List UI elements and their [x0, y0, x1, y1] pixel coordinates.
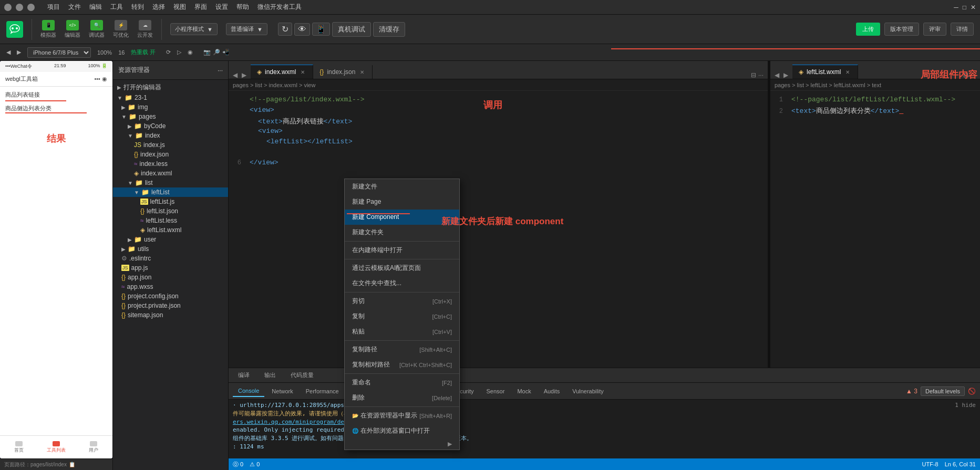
project-private-item[interactable]: {} project.private.json	[113, 301, 228, 310]
detail-btn[interactable]: 详情	[951, 23, 974, 36]
more-icon[interactable]: ···	[758, 71, 764, 79]
editor-nav-back[interactable]: ◀	[233, 71, 238, 79]
phone-nav-user[interactable]: 用户	[75, 436, 112, 458]
ctx-new-component[interactable]: 新建 Component	[345, 210, 459, 225]
phone-menu-dots[interactable]: ••• ◉	[94, 76, 107, 82]
devtools-tab-mock[interactable]: Mock	[512, 386, 536, 396]
devtools-tab-console[interactable]: Console	[233, 385, 264, 397]
tab-close-leftlist[interactable]: ✕	[844, 68, 851, 76]
app-js-item[interactable]: JS app.js	[113, 263, 228, 273]
stop-icon[interactable]: ◉	[188, 49, 193, 56]
leftlist-js-item[interactable]: JS leftList.js	[113, 197, 228, 206]
compile-tab[interactable]: 编译	[233, 369, 255, 381]
split-icon[interactable]: ⊟	[751, 71, 756, 79]
img-folder[interactable]: ▶ 📁 img	[113, 102, 228, 112]
ctx-copy[interactable]: 复制 [Ctrl+C]	[345, 309, 459, 324]
ctx-open-browser[interactable]: 🌐 在外部浏览器窗口中打开	[345, 423, 459, 438]
console-filter[interactable]: Default levels	[921, 387, 965, 396]
ctx-new-page[interactable]: 新建 Page	[345, 194, 459, 210]
minimize-button[interactable]	[4, 4, 12, 11]
ctx-show-in-explorer[interactable]: 📂 在资源管理器中显示 [Shift+Alt+R]	[345, 408, 459, 423]
tab-close-index-json[interactable]: ✕	[358, 68, 366, 76]
menu-item-settings[interactable]: 设置	[215, 3, 228, 12]
menu-item-view[interactable]: 视图	[173, 3, 186, 12]
right-nav-forward[interactable]: ▶	[783, 71, 788, 79]
window-max-icon[interactable]: □	[963, 4, 966, 11]
toolbar-simulator-btn[interactable]: 📱 模拟器	[40, 20, 56, 39]
tab-leftlist-wxml[interactable]: ◈ leftList.wxml ✕	[792, 65, 858, 79]
device-frame-icon[interactable]: 📲	[222, 49, 230, 56]
close-button[interactable]	[27, 4, 35, 11]
toolbar-editor-btn[interactable]: </> 编辑器	[65, 20, 80, 39]
ctx-paste[interactable]: 粘贴 [Ctrl+V]	[345, 324, 459, 339]
ctx-new-file[interactable]: 新建文件	[345, 179, 459, 194]
tab-index-wxml[interactable]: ◈ index.wxml ✕	[251, 65, 313, 79]
play-icon[interactable]: ▷	[177, 49, 181, 56]
window-min-icon[interactable]: ─	[954, 4, 958, 11]
leftlist-folder-item[interactable]: ▼ 📁 leftList	[113, 187, 228, 197]
right-nav-back[interactable]: ◀	[775, 71, 779, 79]
device-select[interactable]: iPhone 6/7/8 Plus	[27, 47, 91, 58]
comment-btn[interactable]: 评审	[923, 23, 946, 36]
toolbar-optimize-btn[interactable]: ⚡ 可优化	[113, 20, 129, 39]
editor-nav-forward[interactable]: ▶	[242, 71, 246, 79]
machine-btn[interactable]: 真机调试	[332, 22, 371, 37]
leftlist-json-item[interactable]: {} leftList.json	[113, 206, 228, 216]
devtools-tab-network[interactable]: Network	[266, 386, 298, 396]
app-wxss-item[interactable]: ≈ app.wxss	[113, 282, 228, 291]
compile-dropdown[interactable]: 普通编译 ▼	[226, 23, 267, 35]
project-config-item[interactable]: {} project.config.json	[113, 291, 228, 301]
devtools-tab-vulnerability[interactable]: Vulnerability	[567, 386, 609, 396]
inspect-icon[interactable]: 🔎	[213, 49, 220, 56]
menu-item-edit[interactable]: 编辑	[89, 3, 102, 12]
main-editor-content[interactable]: <!--pages/list/index.wxml--> <view> <tex…	[229, 91, 768, 368]
index-json-item[interactable]: {} index.json	[113, 150, 228, 159]
devtools-tab-performance[interactable]: Performance	[301, 386, 344, 396]
utils-folder-item[interactable]: ▶ 📁 utils	[113, 244, 228, 254]
leftlist-less-item[interactable]: ≈ leftList.less	[113, 216, 228, 225]
menu-item-devtools[interactable]: 微信开发者工具	[257, 3, 302, 12]
ctx-copy-rel-path[interactable]: 复制相对路径 [Ctrl+K Ctrl+Shift+C]	[345, 357, 459, 372]
toolbar-debugger-btn[interactable]: 🔍 调试器	[89, 20, 105, 39]
explorer-more-icon[interactable]: ···	[218, 67, 223, 74]
ctx-cloud-template[interactable]: 通过云模板或AI配置页面	[345, 260, 459, 276]
ctx-cut[interactable]: 剪切 [Ctrl+X]	[345, 294, 459, 309]
clear-cache-btn[interactable]: 清缓存	[373, 22, 405, 37]
ctx-delete[interactable]: 删除 [Delete]	[345, 390, 459, 405]
ctx-find-in-folder[interactable]: 在文件夹中查找...	[345, 276, 459, 291]
tab-close-index-wxml[interactable]: ✕	[299, 68, 306, 76]
maximize-button[interactable]	[16, 4, 23, 11]
toolbar-cloud-btn[interactable]: ☁ 云开发	[137, 20, 153, 39]
page-path-icon[interactable]: 📋	[69, 462, 75, 467]
ctx-new-folder[interactable]: 新建文件夹	[345, 225, 459, 240]
tab-index-json[interactable]: {} index.json ✕	[313, 65, 373, 79]
menu-item-file[interactable]: 文件	[68, 3, 81, 12]
right-split-icon[interactable]: ⊟	[963, 71, 968, 79]
refresh-btn[interactable]: ↻	[278, 23, 292, 36]
right-editor-content[interactable]: 1 <!--pages/list/leftList/leftList.wxml-…	[770, 91, 980, 368]
index-js-item[interactable]: JS index.js	[113, 140, 228, 150]
next-btn[interactable]: ▶	[17, 49, 21, 56]
window-close-icon[interactable]: ✕	[971, 4, 976, 11]
index-less-item[interactable]: ≈ index.less	[113, 159, 228, 169]
version-btn[interactable]: 版本管理	[884, 23, 919, 36]
qr-btn[interactable]: 📱	[312, 23, 330, 36]
app-json-item[interactable]: {} app.json	[113, 273, 228, 282]
menu-item-help[interactable]: 帮助	[236, 3, 249, 12]
menu-item-select[interactable]: 选择	[152, 3, 165, 12]
index-wxml-item[interactable]: ◈ index.wxml	[113, 169, 228, 178]
screenshot-icon[interactable]: 📷	[203, 49, 211, 56]
devtools-tab-sensor[interactable]: Sensor	[481, 386, 510, 396]
phone-nav-tools[interactable]: 工具列表	[37, 436, 75, 458]
right-more-icon[interactable]: ···	[971, 71, 976, 79]
preview-eye-btn[interactable]: 👁	[294, 23, 310, 36]
open-editors-folder[interactable]: ▶ 打开的编辑器	[113, 82, 228, 93]
menu-item-project[interactable]: 项目	[47, 3, 60, 12]
menu-item-interface[interactable]: 界面	[194, 3, 207, 12]
user-folder-item[interactable]: ▶ 📁 user	[113, 235, 228, 244]
console-clear-icon[interactable]: 🚫	[968, 388, 976, 395]
output-tab[interactable]: 输出	[259, 369, 281, 381]
upload-button[interactable]: 上传	[856, 23, 880, 36]
pages-folder[interactable]: ▼ 📁 pages	[113, 112, 228, 121]
menu-item-tool[interactable]: 工具	[110, 3, 123, 12]
